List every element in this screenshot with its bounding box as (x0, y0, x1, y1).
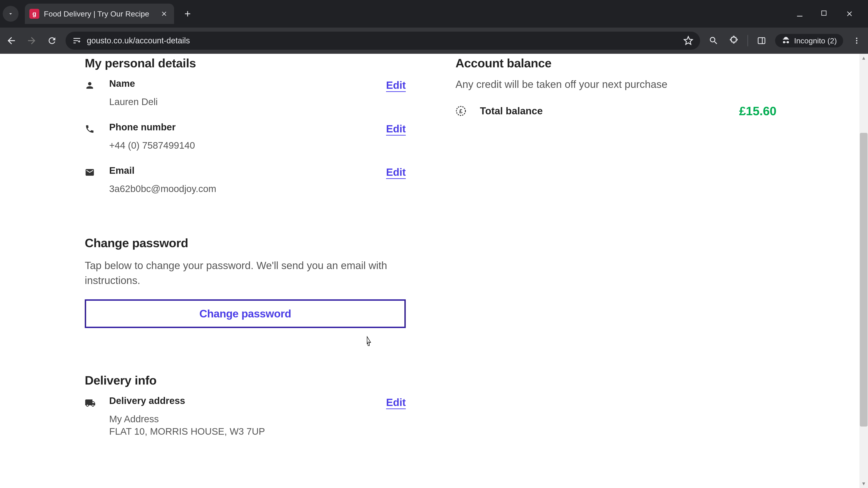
detail-row-name: Name Lauren Deli Edit (85, 78, 406, 108)
scrollbar-thumb[interactable] (860, 133, 868, 427)
edit-email-link[interactable]: Edit (386, 166, 406, 179)
incognito-badge[interactable]: Incognito (2) (775, 34, 843, 47)
account-balance-title: Account balance (456, 56, 776, 70)
extensions-button[interactable] (727, 34, 741, 47)
balance-desc: Any credit will be taken off your next p… (456, 78, 776, 90)
tab-close-button[interactable] (160, 10, 168, 18)
window-controls (796, 10, 868, 18)
close-icon (160, 10, 168, 18)
site-settings-button[interactable] (72, 36, 81, 45)
name-label: Name (109, 78, 386, 89)
panel-icon (757, 36, 766, 45)
email-icon (85, 167, 98, 177)
browser-chrome: g Food Delivery | Try Our Recipe (0, 0, 868, 54)
forward-button[interactable] (25, 34, 38, 47)
maximize-button[interactable] (820, 10, 832, 18)
svg-text:£: £ (459, 108, 463, 115)
svg-rect-0 (758, 38, 765, 44)
tab-strip: g Food Delivery | Try Our Recipe (0, 0, 868, 28)
edit-phone-link[interactable]: Edit (386, 123, 406, 135)
phone-icon (85, 124, 98, 134)
detail-row-address: Delivery address My Address FLAT 10, MOR… (85, 395, 406, 437)
change-password-button[interactable]: Change password (85, 299, 406, 328)
balance-amount: £15.60 (739, 104, 776, 118)
personal-details-title: My personal details (85, 56, 406, 70)
phone-value: +44 (0) 7587499140 (109, 139, 386, 152)
edit-address-link[interactable]: Edit (386, 396, 406, 409)
arrow-left-icon (6, 35, 17, 46)
reload-icon (47, 36, 57, 46)
address-label: Delivery address (109, 395, 386, 406)
change-password-desc: Tap below to change your password. We'll… (85, 258, 406, 288)
reload-button[interactable] (45, 34, 59, 47)
minimize-button[interactable] (796, 10, 807, 18)
new-tab-button[interactable] (183, 9, 192, 18)
email-value: 3a62b0bc@moodjoy.com (109, 183, 386, 195)
url-bar[interactable]: gousto.co.uk/account-details (66, 32, 700, 50)
zoom-button[interactable] (707, 34, 720, 47)
tab-search-dropdown[interactable] (3, 6, 19, 22)
close-window-button[interactable] (845, 10, 857, 18)
pound-circle-icon: £ (456, 105, 469, 116)
tab-title: Food Delivery | Try Our Recipe (44, 9, 156, 18)
address-value: My Address FLAT 10, MORRIS HOUSE, W3 7UP (109, 413, 386, 437)
more-vert-icon (852, 37, 861, 45)
url-text: gousto.co.uk/account-details (87, 36, 190, 45)
toolbar-divider (747, 35, 748, 46)
maximize-icon (820, 10, 827, 17)
chevron-down-icon (7, 11, 14, 17)
svg-point-2 (856, 38, 857, 39)
edit-name-link[interactable]: Edit (386, 79, 406, 92)
minimize-icon (796, 10, 804, 18)
arrow-right-icon (26, 35, 37, 46)
person-icon (85, 80, 98, 90)
bookmark-button[interactable] (683, 36, 693, 46)
browser-tab[interactable]: g Food Delivery | Try Our Recipe (25, 4, 174, 24)
search-icon (709, 36, 719, 46)
browser-toolbar: gousto.co.uk/account-details Incognito (… (0, 28, 868, 54)
email-label: Email (109, 165, 386, 176)
truck-icon (85, 398, 98, 409)
scrollbar-track[interactable]: ▲ ▼ (860, 54, 868, 488)
extension-icon (729, 36, 739, 46)
page-content: ▲ ▼ My personal details Name Lauren Deli… (0, 54, 868, 488)
side-panel-button[interactable] (755, 34, 768, 47)
balance-label: Total balance (480, 105, 543, 117)
detail-row-phone: Phone number +44 (0) 7587499140 Edit (85, 122, 406, 152)
incognito-icon (781, 36, 790, 45)
scrollbar-down-icon[interactable]: ▼ (860, 480, 868, 488)
tune-icon (72, 36, 81, 45)
close-icon (845, 10, 854, 18)
svg-point-3 (856, 40, 857, 41)
name-value: Lauren Deli (109, 96, 386, 108)
delivery-info-title: Delivery info (85, 373, 406, 387)
scrollbar-up-icon[interactable]: ▲ (860, 54, 868, 62)
star-icon (683, 36, 693, 46)
browser-menu-button[interactable] (850, 34, 864, 47)
phone-label: Phone number (109, 122, 386, 133)
change-password-title: Change password (85, 236, 406, 250)
back-button[interactable] (4, 34, 18, 47)
balance-row: £ Total balance £15.60 (456, 104, 776, 118)
svg-point-4 (856, 42, 857, 44)
incognito-label: Incognito (2) (794, 36, 837, 45)
favicon-icon: g (29, 9, 39, 19)
plus-icon (183, 9, 192, 18)
detail-row-email: Email 3a62b0bc@moodjoy.com Edit (85, 165, 406, 195)
